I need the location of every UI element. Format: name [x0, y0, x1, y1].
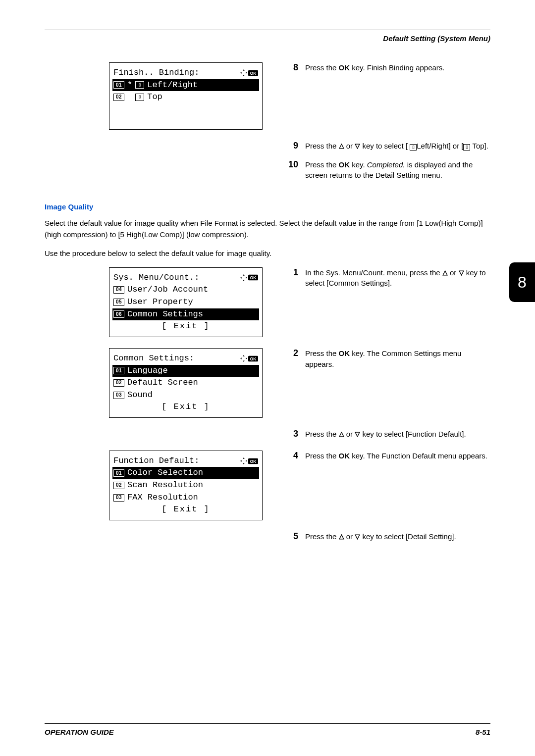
step-8: 8 Press the OK key. Finish Binding appea… — [287, 62, 490, 73]
lcd4-row-2: 02Scan Resolution — [112, 479, 259, 492]
lcd4-row-3: 03FAX Resolution — [112, 492, 259, 504]
footer-left: OPERATION GUIDE — [45, 728, 114, 736]
lcd-common-settings: Common Settings: OK 01Language 02Default… — [109, 348, 263, 418]
doc-icon: ▯ — [135, 94, 144, 101]
nav-ok-icon: OK — [240, 69, 258, 76]
lcd-finish-binding: Finish.. Binding: OK 01*▯ Left/Right 02 … — [109, 62, 263, 130]
footer-right: 8-51 — [476, 728, 490, 736]
svg-text:OK: OK — [250, 458, 257, 463]
lcd-function-default: Function Default: OK 01Color Selection 0… — [109, 451, 263, 520]
step-2: 2 Press the OK key. The Common Settings … — [287, 348, 490, 370]
para-1: Select the default value for image quali… — [45, 218, 490, 240]
step-9: 9 Press the or key to select [ ▯Left/Rig… — [287, 141, 490, 151]
lcd1-row-1: 01*▯ Left/Right — [112, 79, 259, 92]
lcd3-row-1: 01Language — [112, 365, 259, 377]
step-3: 3 Press the or key to select [Function D… — [287, 429, 490, 440]
doc-icon: ▯ — [135, 81, 144, 89]
svg-text:OK: OK — [250, 71, 257, 76]
lcd1-title: Finish.. Binding: — [113, 67, 199, 79]
row-num-icon: 01 — [113, 81, 124, 89]
lcd2-row-3: 06Common Settings — [112, 308, 259, 321]
step-5: 5 Press the or key to select [Detail Set… — [287, 531, 490, 542]
section-image-quality: Image Quality — [45, 202, 490, 211]
nav-ok-icon: OK — [240, 457, 258, 464]
lcd3-row-3: 03Sound — [112, 389, 259, 402]
step-4: 4 Press the OK key. The Function Default… — [287, 451, 490, 461]
lcd4-row-1: 01Color Selection — [112, 467, 259, 479]
nav-ok-icon: OK — [240, 355, 258, 362]
svg-text:OK: OK — [250, 275, 257, 280]
step-1: 1 In the Sys. Menu/Count. menu, press th… — [287, 267, 490, 289]
step-10: 10 Press the OK key. Completed. is displ… — [287, 159, 490, 181]
chapter-tab: 8 — [509, 262, 535, 302]
para-2: Use the procedure below to select the de… — [45, 248, 490, 259]
lcd1-row-2: 02 ▯ Top — [112, 91, 259, 103]
lcd2-row-2: 05User Property — [112, 296, 259, 308]
lcd3-row-2: 02Default Screen — [112, 377, 259, 389]
lcd2-row-1: 04User/Job Account — [112, 284, 259, 296]
row-num-icon: 02 — [113, 94, 124, 101]
header-section-title: Default Setting (System Menu) — [45, 34, 490, 43]
svg-text:OK: OK — [250, 356, 257, 361]
lcd-sys-menu: Sys. Menu/Count.: OK 04User/Job Account … — [109, 267, 263, 337]
nav-ok-icon: OK — [240, 274, 258, 281]
